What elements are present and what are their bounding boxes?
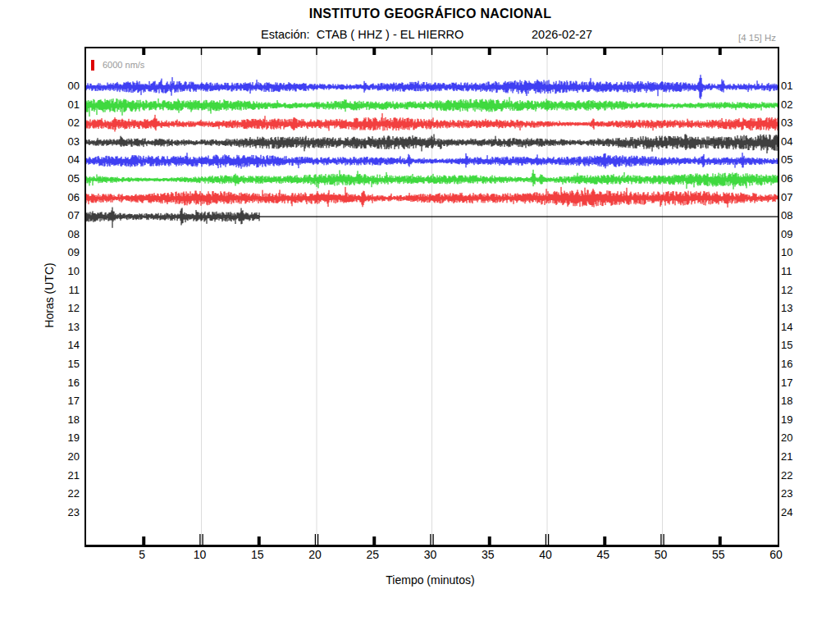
hour-label-left: 23: [45, 506, 80, 518]
hour-label-right: 22: [781, 469, 814, 482]
hour-label-right: 16: [781, 358, 814, 370]
hour-label-left: 15: [45, 358, 80, 370]
hour-label-left: 22: [45, 487, 80, 500]
hour-label-right: 17: [781, 377, 814, 389]
hour-label-left: 09: [45, 246, 80, 258]
hour-label-right: 01: [781, 80, 814, 92]
hour-label-right: 09: [781, 228, 814, 240]
x-tick-label: 55: [701, 548, 737, 561]
hour-label-right: 20: [781, 431, 814, 444]
x-tick-label: 25: [354, 548, 390, 561]
hour-label-right: 14: [781, 321, 814, 333]
y-axis-title: Horas (UTC): [43, 262, 56, 327]
filter-band-label: [4 15] Hz: [696, 33, 776, 43]
x-tick-label: 45: [585, 548, 621, 561]
date-label: 2026-02-27: [532, 28, 592, 41]
x-tick-label: 20: [297, 548, 333, 561]
hour-label-left: 02: [45, 116, 80, 129]
hour-label-right: 04: [781, 135, 814, 148]
hour-label-right: 11: [781, 265, 814, 277]
hour-label-left: 01: [45, 98, 80, 111]
page-title: INSTITUTO GEOGRÁFICO NACIONAL: [84, 7, 776, 21]
hour-label-left: 03: [45, 135, 80, 148]
hour-label-right: 15: [781, 339, 814, 351]
hour-label-right: 06: [781, 172, 814, 185]
seismogram-traces-canvas: [86, 48, 778, 545]
hour-label-right: 12: [781, 284, 814, 296]
hour-label-right: 24: [781, 506, 814, 518]
x-tick-label: 30: [413, 548, 449, 561]
hour-label-left: 08: [45, 228, 80, 240]
hour-label-right: 03: [781, 116, 814, 129]
station-value: CTAB ( HHZ ) - EL HIERRO: [317, 28, 464, 41]
hour-label-left: 00: [45, 80, 80, 92]
amplitude-scale-legend: 6000 nm/s: [91, 59, 144, 71]
x-tick-label: 60: [758, 548, 794, 561]
hour-label-left: 07: [45, 209, 80, 221]
seismogram-plot-area: [84, 47, 779, 547]
x-tick-label: 40: [527, 548, 564, 561]
helicorder-page: INSTITUTO GEOGRÁFICO NACIONAL Estación: …: [0, 0, 840, 630]
scale-bar-icon: [91, 60, 94, 71]
hour-label-right: 19: [781, 413, 814, 426]
x-axis-title: Tiempo (minutos): [84, 573, 776, 587]
hour-label-right: 02: [781, 98, 814, 111]
station-label: Estación:: [261, 28, 310, 41]
station-subtitle: Estación: CTAB ( HHZ ) - EL HIERRO: [261, 28, 463, 41]
scale-label: 6000 nm/s: [103, 60, 144, 70]
x-tick-label: 35: [470, 548, 506, 561]
hour-label-left: 17: [45, 395, 80, 407]
hour-label-right: 07: [781, 191, 814, 203]
hour-label-right: 18: [781, 395, 814, 407]
hour-label-left: 04: [45, 153, 80, 166]
seismogram-trace-hour-07: [86, 208, 259, 228]
hour-label-left: 05: [45, 172, 80, 185]
x-tick-label: 10: [182, 548, 218, 561]
hour-label-left: 16: [45, 377, 80, 389]
hour-label-left: 20: [45, 450, 80, 463]
hour-label-left: 19: [45, 431, 80, 444]
x-tick-label: 15: [240, 548, 276, 561]
hour-label-right: 13: [781, 302, 814, 314]
hour-label-right: 23: [781, 487, 814, 500]
hour-label-left: 18: [45, 413, 80, 426]
hour-label-right: 21: [781, 450, 814, 463]
hour-label-left: 06: [45, 191, 80, 203]
x-tick-label: 50: [643, 548, 679, 561]
hour-label-left: 14: [45, 339, 80, 351]
hour-label-right: 08: [781, 209, 814, 221]
hour-label-left: 21: [45, 469, 80, 482]
x-tick-label: 5: [124, 548, 160, 561]
hour-label-right: 10: [781, 246, 814, 258]
hour-label-right: 05: [781, 153, 814, 166]
